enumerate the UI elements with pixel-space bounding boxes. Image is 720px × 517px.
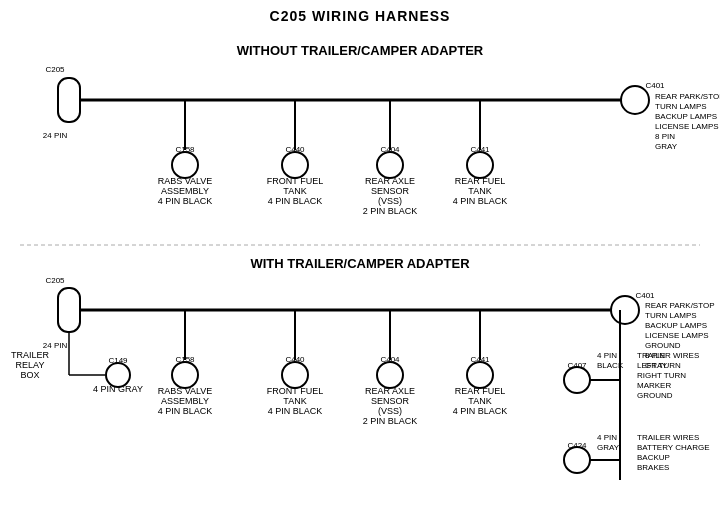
top-c401-desc4: LICENSE LAMPS xyxy=(655,122,719,131)
diagram-container: C205 WIRING HARNESS WITHOUT TRAILER/CAMP… xyxy=(0,0,720,517)
top-c440-desc2: TANK xyxy=(283,186,306,196)
bot-c407-desc1: TRAILER WIRES xyxy=(637,351,699,360)
top-c441-id: C441 xyxy=(470,145,490,154)
bot-c441-desc2: TANK xyxy=(468,396,491,406)
bot-c424-pins1: 4 PIN xyxy=(597,433,617,442)
bot-c440-desc2: TANK xyxy=(283,396,306,406)
bot-c407-desc3: RIGHT TURN xyxy=(637,371,686,380)
top-c158-desc1: RABS VALVE xyxy=(158,176,213,186)
wiring-diagram-svg: WITHOUT TRAILER/CAMPER ADAPTER C205 24 P… xyxy=(0,0,720,517)
bot-c404-desc3: (VSS) xyxy=(378,406,402,416)
bottom-section-title: WITH TRAILER/CAMPER ADAPTER xyxy=(250,256,470,271)
bot-c440-id: C440 xyxy=(285,355,305,364)
bot-c404-desc2: SENSOR xyxy=(371,396,410,406)
svg-point-25 xyxy=(467,362,493,388)
bot-c149-id: C149 xyxy=(108,356,128,365)
bot-c158-id: C158 xyxy=(175,355,195,364)
bot-c158-desc1: RABS VALVE xyxy=(158,386,213,396)
top-c401-desc1: REAR PARK/STOP xyxy=(655,92,720,101)
svg-point-4 xyxy=(172,152,198,178)
top-c401-desc2: TURN LAMPS xyxy=(655,102,707,111)
bot-c404-id: C404 xyxy=(380,355,400,364)
top-c205-pins: 24 PIN xyxy=(43,131,68,140)
bot-c401-desc1: REAR PARK/STOP xyxy=(645,301,715,310)
top-c404-desc1: REAR AXLE xyxy=(365,176,415,186)
svg-rect-1 xyxy=(58,78,80,122)
bot-c407-desc5: GROUND xyxy=(637,391,673,400)
svg-point-17 xyxy=(611,296,639,324)
bot-c424-desc4: BRAKES xyxy=(637,463,669,472)
bot-c404-desc1: REAR AXLE xyxy=(365,386,415,396)
top-c401-pins: 8 PIN xyxy=(655,132,675,141)
bot-c407-desc2: LEFT TURN xyxy=(637,361,681,370)
svg-rect-13 xyxy=(58,288,80,332)
svg-point-23 xyxy=(377,362,403,388)
top-c441-desc3: 4 PIN BLACK xyxy=(453,196,508,206)
bot-c407-pins2: BLACK xyxy=(597,361,624,370)
bot-c205-id: C205 xyxy=(45,276,65,285)
svg-point-28 xyxy=(564,367,590,393)
top-c440-id: C440 xyxy=(285,145,305,154)
top-section-title: WITHOUT TRAILER/CAMPER ADAPTER xyxy=(237,43,484,58)
top-c441-desc1: REAR FUEL xyxy=(455,176,506,186)
bot-c424-id: C424 xyxy=(567,441,587,450)
bot-c441-desc3: 4 PIN BLACK xyxy=(453,406,508,416)
bot-c401-desc3: BACKUP LAMPS xyxy=(645,321,707,330)
svg-point-6 xyxy=(282,152,308,178)
bot-c440-desc1: FRONT FUEL xyxy=(267,386,323,396)
bot-c401-desc4: LICENSE LAMPS xyxy=(645,331,709,340)
bot-c407-pins1: 4 PIN xyxy=(597,351,617,360)
bot-c424-desc3: BACKUP xyxy=(637,453,670,462)
top-c441-desc2: TANK xyxy=(468,186,491,196)
bot-c407-id: C407 xyxy=(567,361,587,370)
bot-trailer-relay2: RELAY xyxy=(16,360,45,370)
top-c158-id: C158 xyxy=(175,145,195,154)
bot-c407-desc4: MARKER xyxy=(637,381,671,390)
bot-c441-desc1: REAR FUEL xyxy=(455,386,506,396)
bot-c440-desc3: 4 PIN BLACK xyxy=(268,406,323,416)
bot-trailer-relay1: TRAILER xyxy=(11,350,50,360)
bot-c424-desc2: BATTERY CHARGE xyxy=(637,443,709,452)
top-c158-desc3: 4 PIN BLACK xyxy=(158,196,213,206)
bot-c401-id: C401 xyxy=(635,291,655,300)
top-c404-desc2: SENSOR xyxy=(371,186,410,196)
bot-c424-pins2: GRAY xyxy=(597,443,620,452)
bot-trailer-relay3: BOX xyxy=(20,370,39,380)
bot-c401-desc5: GROUND xyxy=(645,341,681,350)
svg-point-19 xyxy=(172,362,198,388)
bot-c441-id: C441 xyxy=(470,355,490,364)
top-c440-desc3: 4 PIN BLACK xyxy=(268,196,323,206)
svg-point-10 xyxy=(467,152,493,178)
svg-point-21 xyxy=(282,362,308,388)
bot-c158-desc3: 4 PIN BLACK xyxy=(158,406,213,416)
top-c205-id: C205 xyxy=(45,65,65,74)
top-c404-id: C404 xyxy=(380,145,400,154)
svg-point-30 xyxy=(564,447,590,473)
bot-c149-pins: 4 PIN GRAY xyxy=(93,384,143,394)
bot-c424-desc1: TRAILER WIRES xyxy=(637,433,699,442)
bot-c404-desc4: 2 PIN BLACK xyxy=(363,416,418,426)
top-c401-desc3: BACKUP LAMPS xyxy=(655,112,717,121)
top-c440-desc1: FRONT FUEL xyxy=(267,176,323,186)
top-c404-desc4: 2 PIN BLACK xyxy=(363,206,418,216)
top-c158-desc2: ASSEMBLY xyxy=(161,186,209,196)
bot-c205-pins: 24 PIN xyxy=(43,341,68,350)
top-c401-id: C401 xyxy=(645,81,665,90)
svg-point-2 xyxy=(621,86,649,114)
top-c404-desc3: (VSS) xyxy=(378,196,402,206)
bot-c158-desc2: ASSEMBLY xyxy=(161,396,209,406)
bot-c401-desc2: TURN LAMPS xyxy=(645,311,697,320)
top-c401-color: GRAY xyxy=(655,142,678,151)
svg-point-8 xyxy=(377,152,403,178)
